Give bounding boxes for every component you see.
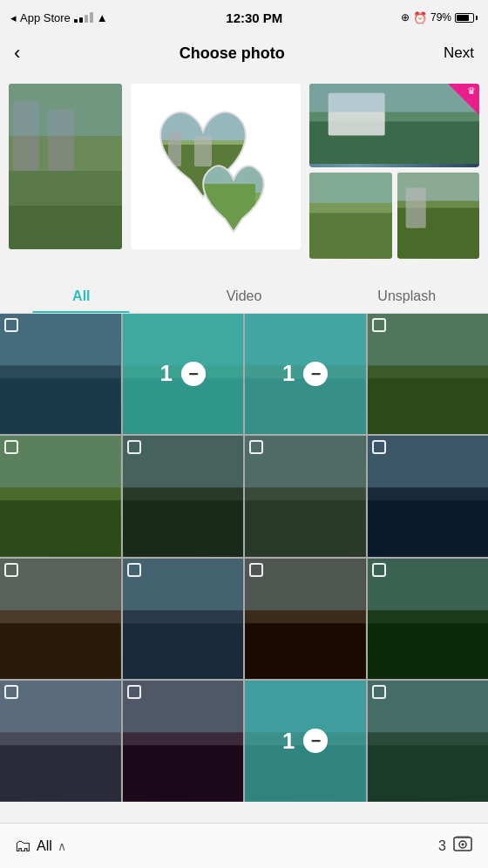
preview-small-2[interactable] (397, 173, 480, 259)
grid-cell-12[interactable] (368, 559, 489, 680)
select-icon-12 (372, 563, 386, 577)
svg-rect-63 (0, 745, 121, 801)
grid-cell-15[interactable]: 1− (245, 681, 366, 802)
grid-cell-16[interactable] (368, 681, 489, 802)
grid-cell-3[interactable]: 1− (245, 314, 366, 435)
back-button[interactable]: ‹ (14, 42, 20, 64)
select-icon-14 (127, 685, 141, 699)
bottom-bar: 🗂 All ∧ 3 (0, 823, 488, 868)
cell-image-10 (123, 559, 244, 680)
folder-label: All (37, 838, 52, 854)
cell-image-4 (368, 314, 489, 435)
grid-cell-9[interactable] (0, 559, 121, 680)
photo-preview (0, 75, 488, 273)
select-icon-16 (372, 685, 386, 699)
select-icon-7 (249, 440, 263, 454)
crown-badge (448, 84, 479, 115)
grid-cell-13[interactable] (0, 681, 121, 802)
nav-bar: ‹ Choose photo Next (0, 33, 488, 75)
cell-image-9 (0, 559, 121, 680)
status-left: ◂ App Store ▲ (10, 11, 108, 24)
selection-count[interactable]: 3 (438, 835, 474, 857)
select-icon-13 (4, 685, 18, 699)
select-icon-10 (127, 563, 141, 577)
grid-cell-2[interactable]: 1− (123, 314, 244, 435)
tab-unsplash[interactable]: Unsplash (325, 281, 488, 313)
cell-image-7 (245, 436, 366, 557)
grid-cell-5[interactable] (0, 436, 121, 557)
tab-all[interactable]: All (0, 281, 163, 313)
preview-hearts[interactable] (131, 84, 301, 249)
cell-image-16 (368, 681, 489, 802)
select-icon-6 (127, 440, 141, 454)
alarm-icon: ⏰ (413, 11, 427, 24)
grid-cell-1[interactable] (0, 314, 121, 435)
status-bar: ◂ App Store ▲ 12:30 PM ⊕ ⏰ 79% (0, 0, 488, 33)
status-time: 12:30 PM (226, 10, 282, 25)
select-icon-9 (4, 563, 18, 577)
select-icon-4 (372, 318, 386, 332)
svg-rect-13 (203, 184, 255, 236)
select-icon-11 (249, 563, 263, 577)
carrier-label: App Store (20, 11, 71, 24)
grid-cell-8[interactable] (368, 436, 489, 557)
cell-image-12 (368, 559, 489, 680)
photo-grid: 1−1−1− (0, 314, 488, 802)
preview-top-right[interactable] (309, 84, 479, 167)
svg-rect-60 (368, 623, 489, 679)
count-label: 3 (438, 838, 446, 854)
svg-rect-4 (9, 206, 122, 249)
grid-cell-6[interactable] (123, 436, 244, 557)
status-right: ⊕ ⏰ 79% (401, 11, 478, 24)
grid-cell-14[interactable] (123, 681, 244, 802)
svg-rect-42 (123, 500, 244, 556)
back-arrow-icon: ◂ (10, 11, 17, 24)
battery-percent: 79% (430, 11, 451, 24)
grid-cell-10[interactable] (123, 559, 244, 680)
select-icon-1 (4, 318, 18, 332)
tabs-bar: All Video Unsplash (0, 273, 488, 314)
selection-number-3: 1 (282, 360, 295, 387)
selection-number-2: 1 (160, 360, 173, 387)
cell-image-6 (123, 436, 244, 557)
cell-image-5 (0, 436, 121, 557)
svg-rect-20 (309, 173, 392, 203)
selection-overlay-15: 1− (245, 681, 366, 802)
preview-single[interactable] (9, 84, 122, 249)
deselect-button-3[interactable]: − (303, 362, 328, 386)
svg-rect-74 (456, 836, 470, 837)
svg-rect-51 (0, 623, 121, 679)
signal-bars (74, 12, 93, 23)
svg-rect-57 (245, 623, 366, 679)
location-icon: ⊕ (401, 11, 410, 24)
folder-selector[interactable]: 🗂 All ∧ (14, 836, 66, 856)
next-button[interactable]: Next (444, 44, 474, 62)
photo-count-icon (453, 835, 474, 857)
cell-image-8 (368, 436, 489, 557)
svg-rect-48 (368, 500, 489, 556)
preview-small-1[interactable] (309, 173, 392, 259)
tab-video[interactable]: Video (163, 281, 326, 313)
grid-cell-7[interactable] (245, 436, 366, 557)
deselect-button-15[interactable]: − (303, 729, 328, 753)
select-icon-5 (4, 440, 18, 454)
selection-overlay-3: 1− (245, 314, 366, 435)
grid-cell-11[interactable] (245, 559, 366, 680)
page-title: Choose photo (180, 44, 285, 63)
chevron-up-icon: ∧ (58, 839, 66, 853)
deselect-button-2[interactable]: − (181, 362, 206, 386)
svg-rect-5 (9, 84, 122, 136)
svg-rect-24 (405, 187, 425, 227)
svg-rect-45 (245, 500, 366, 556)
grid-cell-4[interactable] (368, 314, 489, 435)
wifi-icon: ▲ (97, 11, 108, 24)
preview-right (309, 84, 479, 259)
svg-rect-72 (368, 745, 489, 801)
svg-rect-39 (0, 500, 121, 556)
svg-rect-54 (123, 623, 244, 679)
svg-rect-36 (368, 378, 489, 434)
cell-image-1 (0, 314, 121, 435)
selection-number-15: 1 (282, 728, 295, 755)
folder-icon: 🗂 (14, 836, 31, 856)
cell-image-11 (245, 559, 366, 680)
